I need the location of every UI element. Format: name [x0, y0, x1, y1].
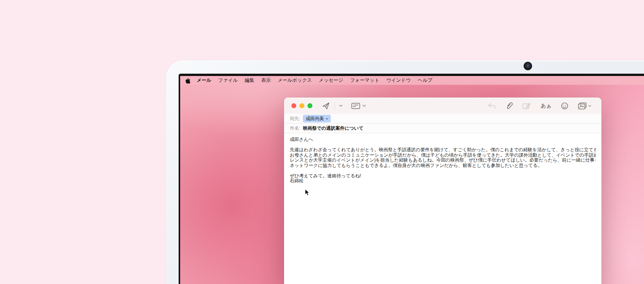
chevron-down-icon — [339, 104, 343, 107]
send-button[interactable] — [322, 102, 330, 110]
emoji-button[interactable] — [561, 102, 568, 110]
emoji-smiley-icon — [561, 102, 568, 110]
attach-button[interactable] — [505, 102, 513, 110]
body-line: レンスとか大学主催のイベントがメイン)を担当した経験もあるしね。今回の映画祭、ぜ… — [290, 158, 596, 163]
format-button[interactable]: あぁ — [540, 102, 552, 109]
subject-value: 映画祭での通訳案件について — [303, 125, 363, 132]
recipient-name: 成田尚美 — [306, 116, 324, 122]
screenshot-stage: メール ファイル 編集 表示 メールボックス メッセージ フォーマット ウインド… — [0, 0, 644, 284]
chevron-down-icon — [588, 105, 591, 107]
minimize-button[interactable] — [299, 103, 304, 108]
to-label: 宛先: — [290, 116, 300, 122]
body-line — [290, 168, 596, 173]
traffic-lights — [291, 103, 312, 108]
desktop-wallpaper: メール ファイル 編集 表示 メールボックス メッセージ フォーマット ウインド… — [180, 76, 644, 284]
menu-bar: メール ファイル 編集 表示 メールボックス メッセージ フォーマット ウインド… — [180, 76, 644, 85]
to-field[interactable]: 宛先: 成田尚美 — [284, 114, 601, 124]
body-line: ネットワークに協力してもらうこともできるよ。僕自身が大の映画ファンだから、観客と… — [290, 163, 596, 168]
menu-item-file[interactable]: ファイル — [215, 77, 241, 84]
compose-toolbar: あぁ — [284, 97, 601, 114]
close-button[interactable] — [291, 103, 296, 108]
paperclip-icon — [505, 102, 513, 110]
subject-label: 件名: — [290, 125, 300, 132]
menu-item-message[interactable]: メッセージ — [315, 77, 347, 84]
token-chevron-icon — [325, 118, 329, 120]
body-line — [290, 142, 596, 148]
paper-plane-icon — [322, 102, 330, 110]
menu-item-format[interactable]: フォーマット — [347, 77, 383, 84]
body-line: ぜひ考えてみて。連絡待ってるね! — [290, 173, 596, 179]
body-line: 成田さんへ — [290, 137, 596, 142]
recipient-token[interactable]: 成田尚美 — [303, 115, 331, 122]
apple-menu-icon[interactable] — [185, 78, 191, 84]
body-line: 石綿桂 — [290, 178, 596, 184]
body-line: お母さんと弟とのメインのコミュニケーションが手話だから、僕は子どもの頃から手話を… — [290, 153, 596, 158]
undo-arrow-icon — [488, 102, 496, 109]
menu-item-view[interactable]: 表示 — [258, 77, 274, 84]
signature-button[interactable] — [522, 102, 531, 110]
menu-item-window[interactable]: ウインドウ — [383, 77, 414, 84]
header-fields-button[interactable] — [351, 102, 360, 109]
menu-item-mailbox[interactable]: メールボックス — [274, 77, 315, 84]
menu-item-help[interactable]: ヘルプ — [414, 77, 436, 84]
zoom-button[interactable] — [307, 103, 312, 108]
message-body[interactable]: 成田さんへ 先週はわざわざ会ってくれてありがとう。映画祭と手話通訳の要件を聞けて… — [284, 133, 601, 284]
body-line: 先週はわざわざ会ってくれてありがとう。映画祭と手話通訳の要件を聞けて、すごく助か… — [290, 147, 596, 153]
header-fields-icon — [351, 102, 360, 109]
toolbar-divider — [335, 102, 335, 110]
signature-compose-icon — [522, 102, 531, 110]
menu-item-mail[interactable]: メール — [193, 77, 215, 84]
camera-icon — [524, 62, 532, 70]
photo-stack-icon — [578, 102, 587, 110]
compose-window: あぁ — [284, 97, 601, 284]
chevron-down-icon — [362, 104, 366, 107]
send-options-button[interactable] — [339, 104, 343, 107]
subject-field[interactable]: 件名: 映画祭での通訳案件について — [284, 124, 601, 133]
header-fields-options-button[interactable] — [362, 104, 366, 107]
media-browser-button[interactable] — [578, 102, 591, 110]
undo-button[interactable] — [488, 102, 496, 109]
menu-item-edit[interactable]: 編集 — [241, 77, 258, 84]
mouse-cursor-icon — [305, 189, 310, 196]
